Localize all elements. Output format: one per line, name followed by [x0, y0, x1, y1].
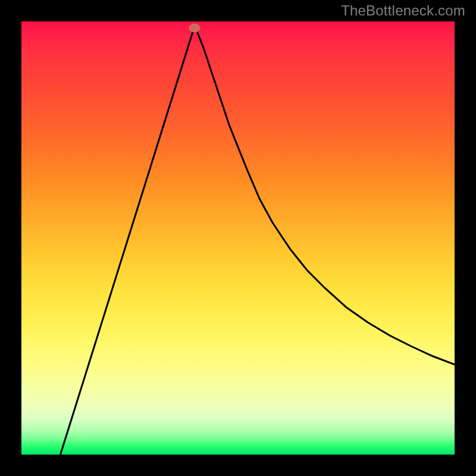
plot-area — [21, 21, 455, 455]
bottleneck-curve — [61, 26, 455, 455]
chart-container: TheBottleneck.com — [0, 0, 476, 476]
watermark-label: TheBottleneck.com — [341, 2, 465, 19]
best-fit-marker — [189, 23, 201, 32]
curve-layer — [21, 21, 455, 455]
